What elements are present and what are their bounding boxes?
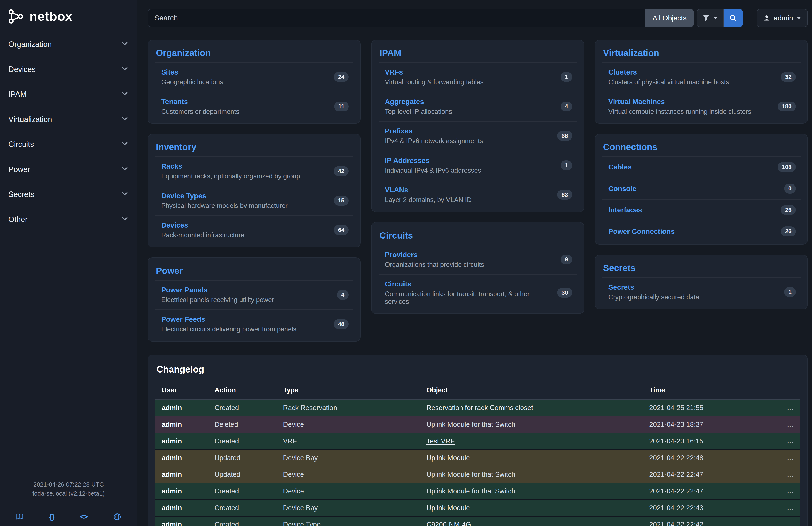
item-link[interactable]: Console xyxy=(608,184,637,193)
card-title[interactable]: Power xyxy=(155,264,353,280)
item-link[interactable]: Power Connections xyxy=(608,227,675,236)
count-badge[interactable]: 4 xyxy=(561,101,572,112)
sidebar-item-secrets[interactable]: Secrets xyxy=(0,182,137,207)
row-more-ellipsis[interactable]: … xyxy=(775,416,800,433)
search-scope-button[interactable]: All Objects xyxy=(645,9,694,27)
docs-icon[interactable] xyxy=(16,513,24,521)
item-interfaces[interactable]: Interfaces 26 xyxy=(602,199,801,221)
row-more-ellipsis[interactable]: … xyxy=(775,466,800,483)
item-link[interactable]: Sites xyxy=(161,68,223,76)
count-badge[interactable]: 9 xyxy=(561,255,572,265)
card-title[interactable]: Inventory xyxy=(155,141,353,157)
item-link[interactable]: Prefixes xyxy=(385,127,483,135)
item-link[interactable]: Device Types xyxy=(161,191,288,200)
row-more-ellipsis[interactable]: … xyxy=(775,433,800,450)
count-badge[interactable]: 68 xyxy=(557,131,572,141)
count-badge[interactable]: 11 xyxy=(334,101,349,112)
item-providers[interactable]: Providers Organizations that provide cir… xyxy=(379,245,577,274)
card-title[interactable]: IPAM xyxy=(379,46,577,62)
item-tenants[interactable]: Tenants Customers or departments 11 xyxy=(155,92,353,122)
brand[interactable]: netbox xyxy=(0,0,137,32)
item-link[interactable]: Circuits xyxy=(385,280,552,288)
count-badge[interactable]: 48 xyxy=(334,319,349,329)
object-link[interactable]: Reservation for rack Comms closet xyxy=(426,404,533,412)
item-aggregates[interactable]: Aggregates Top-level IP allocations 4 xyxy=(379,92,577,122)
item-link[interactable]: Racks xyxy=(161,162,300,170)
item-link[interactable]: Cables xyxy=(608,163,632,171)
card-title[interactable]: Organization xyxy=(155,46,353,62)
sidebar-item-other[interactable]: Other xyxy=(0,207,137,232)
item-link[interactable]: IP Addresses xyxy=(385,156,481,165)
count-badge[interactable]: 1 xyxy=(561,72,572,82)
count-badge[interactable]: 64 xyxy=(334,225,349,235)
row-more-ellipsis[interactable]: … xyxy=(775,516,800,526)
item-link[interactable]: Aggregates xyxy=(385,98,452,106)
item-vlans[interactable]: VLANs Layer 2 domains, by VLAN ID 63 xyxy=(379,180,577,210)
item-power-panels[interactable]: Power Panels Electrical panels receiving… xyxy=(155,280,353,310)
item-prefixes[interactable]: Prefixes IPv4 & IPv6 network assignments… xyxy=(379,121,577,151)
count-badge[interactable]: 32 xyxy=(781,72,796,82)
count-badge[interactable]: 30 xyxy=(557,288,572,298)
item-secrets[interactable]: Secrets Cryptographically secured data 1 xyxy=(602,278,801,307)
search-submit-button[interactable] xyxy=(724,9,743,27)
item-sites[interactable]: Sites Geographic locations 24 xyxy=(155,62,353,92)
count-badge[interactable]: 63 xyxy=(557,190,572,200)
row-more-ellipsis[interactable]: … xyxy=(775,399,800,416)
sidebar-item-ipam[interactable]: IPAM xyxy=(0,82,137,107)
object-link[interactable]: Uplink Module xyxy=(426,504,470,512)
item-link[interactable]: VLANs xyxy=(385,186,472,194)
card-title[interactable]: Secrets xyxy=(602,261,801,278)
object-link[interactable]: C9200-NM-4G xyxy=(426,521,471,526)
sidebar-item-organization[interactable]: Organization xyxy=(0,32,137,57)
filter-dropdown-button[interactable] xyxy=(697,9,724,27)
item-circuits[interactable]: Circuits Communication links for transit… xyxy=(379,274,577,311)
card-title[interactable]: Virtualization xyxy=(602,46,801,62)
count-badge[interactable]: 24 xyxy=(334,72,349,82)
item-link[interactable]: Devices xyxy=(161,221,244,229)
item-racks[interactable]: Racks Equipment racks, optionally organi… xyxy=(155,156,353,186)
count-badge[interactable]: 1 xyxy=(561,160,572,170)
code-icon[interactable]: <> xyxy=(80,513,88,521)
sidebar-item-devices[interactable]: Devices xyxy=(0,57,137,82)
item-power-connections[interactable]: Power Connections 26 xyxy=(602,221,801,242)
sidebar-item-virtualization[interactable]: Virtualization xyxy=(0,107,137,132)
item-link[interactable]: VRFs xyxy=(385,68,483,76)
count-badge[interactable]: 0 xyxy=(784,184,796,194)
search-input[interactable] xyxy=(148,9,645,27)
count-badge[interactable]: 108 xyxy=(778,162,796,172)
item-link[interactable]: Providers xyxy=(385,251,484,259)
item-link[interactable]: Virtual Machines xyxy=(608,98,751,106)
count-badge[interactable]: 26 xyxy=(781,205,796,215)
item-power-feeds[interactable]: Power Feeds Electrical circuits deliveri… xyxy=(155,310,353,339)
item-virtual-machines[interactable]: Virtual Machines Virtual compute instanc… xyxy=(602,92,801,122)
count-badge[interactable]: 1 xyxy=(784,287,796,297)
item-link[interactable]: Secrets xyxy=(608,283,699,291)
row-more-ellipsis[interactable]: … xyxy=(775,500,800,516)
item-devices[interactable]: Devices Rack-mounted infrastructure 64 xyxy=(155,215,353,245)
item-console[interactable]: Console 0 xyxy=(602,178,801,199)
api-braces-icon[interactable]: {} xyxy=(49,513,54,521)
count-badge[interactable]: 180 xyxy=(778,101,796,112)
item-ip-addresses[interactable]: IP Addresses Individual IPv4 & IPv6 addr… xyxy=(379,151,577,180)
count-badge[interactable]: 26 xyxy=(781,227,796,237)
row-more-ellipsis[interactable]: … xyxy=(775,450,800,466)
user-menu-button[interactable]: admin xyxy=(756,9,808,27)
object-link[interactable]: Uplink Module xyxy=(426,454,470,461)
count-badge[interactable]: 4 xyxy=(337,290,349,300)
item-cables[interactable]: Cables 108 xyxy=(602,156,801,178)
object-link[interactable]: Test VRF xyxy=(426,437,455,445)
row-more-ellipsis[interactable]: … xyxy=(775,483,800,500)
item-vrfs[interactable]: VRFs Virtual routing & forwarding tables… xyxy=(379,62,577,92)
item-link[interactable]: Interfaces xyxy=(608,206,642,214)
item-clusters[interactable]: Clusters Clusters of physical virtual ma… xyxy=(602,62,801,92)
sidebar-item-circuits[interactable]: Circuits xyxy=(0,132,137,157)
item-link[interactable]: Tenants xyxy=(161,98,240,106)
sidebar-item-power[interactable]: Power xyxy=(0,157,137,182)
globe-icon[interactable] xyxy=(113,513,121,521)
card-title[interactable]: Connections xyxy=(602,141,801,157)
count-badge[interactable]: 42 xyxy=(334,166,349,176)
card-title[interactable]: Circuits xyxy=(379,229,577,245)
item-link[interactable]: Power Panels xyxy=(161,286,274,294)
item-link[interactable]: Clusters xyxy=(608,68,729,76)
count-badge[interactable]: 15 xyxy=(334,196,349,205)
